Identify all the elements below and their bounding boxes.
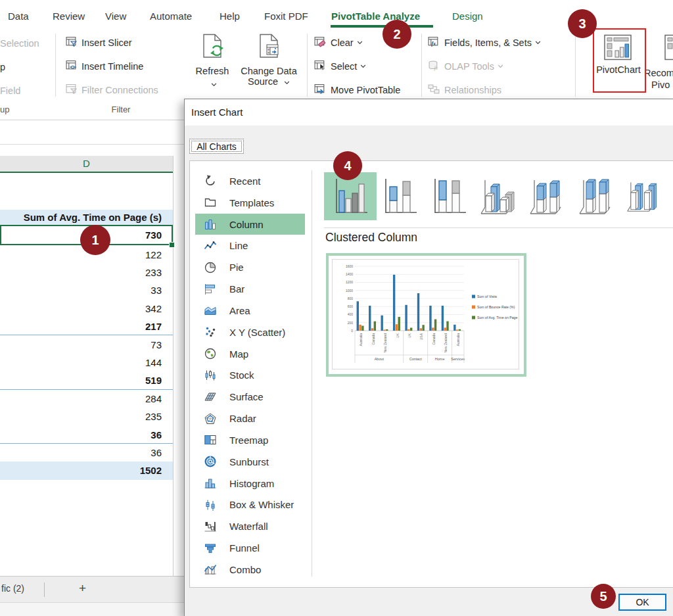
- subtype-clustered-column-icon[interactable]: [331, 176, 370, 218]
- ribbon-button-refresh[interactable]: Refresh: [193, 33, 231, 89]
- chart-type-column[interactable]: Column: [195, 214, 305, 235]
- subtype-title: Clustered Column: [325, 231, 417, 245]
- ribbon-button-fields-items-sets[interactable]: fxFields, Items, & Sets: [428, 37, 541, 49]
- ribbon-button-filter-connections: Filter Connections: [66, 84, 158, 96]
- menu-tab-foxit-pdf[interactable]: Foxit PDF: [264, 11, 308, 22]
- stock-chart-icon: [204, 369, 217, 382]
- chart-type-recent[interactable]: Recent: [195, 170, 305, 192]
- pie-chart-icon: [204, 261, 217, 274]
- chart-type-histogram[interactable]: Histogram: [195, 473, 305, 494]
- dialog-title-bar: Insert Chart: [185, 99, 673, 126]
- active-tab-underline: [331, 25, 433, 28]
- sheet-tab[interactable]: fic (2): [1, 583, 24, 594]
- ribbon-button-change-data-source[interactable]: Change DataSource: [235, 33, 303, 87]
- svg-text:200: 200: [348, 321, 354, 325]
- annotation-step-2: 2: [383, 20, 411, 49]
- map-chart-icon: [204, 347, 217, 360]
- svg-text:New Zealand: New Zealand: [383, 333, 387, 353]
- pivot-value-cell[interactable]: 217: [0, 318, 173, 335]
- ok-button[interactable]: OK: [618, 594, 666, 611]
- pivot-value-cell[interactable]: 36: [0, 444, 173, 462]
- filter-connections-icon: [66, 83, 77, 97]
- chart-type-funnel[interactable]: Funnel: [195, 537, 305, 559]
- chart-type-area[interactable]: Area: [195, 300, 305, 321]
- subtype-3d-100-stacked-column-icon[interactable]: [577, 176, 616, 218]
- pivot-value-cell[interactable]: 33: [0, 281, 173, 299]
- chart-preview[interactable]: 02004006008001000120014001600AustraliaCa…: [326, 253, 526, 377]
- radar-chart-icon: [204, 412, 217, 425]
- menu-tab-review[interactable]: Review: [53, 11, 85, 22]
- ribbon-button-insert-timeline[interactable]: Insert Timeline: [66, 60, 143, 72]
- ribbon-group-divider: [307, 34, 308, 97]
- menu-tab-data[interactable]: Data: [8, 11, 29, 22]
- chart-type-sunburst[interactable]: Sunburst: [195, 451, 305, 473]
- svg-text:Canada: Canada: [371, 333, 375, 345]
- annotation-step-1: 1: [80, 225, 110, 255]
- menu-tab-help[interactable]: Help: [220, 11, 240, 22]
- ribbon-button-select[interactable]: Select: [314, 60, 366, 72]
- pivot-header-cell[interactable]: Sum of Avg. Time on Page (s): [0, 210, 173, 225]
- subtype-stacked-column-icon[interactable]: [380, 176, 419, 218]
- chart-type-surface[interactable]: Surface: [195, 386, 305, 408]
- ribbon-group-divider: [575, 34, 576, 97]
- menu-tab-pivottable-analyze[interactable]: PivotTable Analyze: [331, 11, 420, 22]
- subtype-3d-column-icon[interactable]: [626, 176, 666, 218]
- pivot-value-cell[interactable]: 235: [0, 408, 173, 425]
- chart-type-radar[interactable]: Radar: [195, 408, 305, 429]
- move-pivottable-icon: [314, 83, 326, 97]
- svg-text:Australia: Australia: [456, 333, 460, 346]
- ribbon-group-divider: [55, 34, 56, 97]
- all-charts-tab[interactable]: All Charts: [189, 139, 244, 154]
- chart-type-pie[interactable]: Pie: [195, 256, 305, 278]
- subtype-3d-stacked-column-icon[interactable]: [528, 176, 567, 218]
- fields-items-sets-icon: fx: [428, 36, 440, 50]
- chart-type-combo[interactable]: Combo: [195, 559, 305, 580]
- pivot-value-cell[interactable]: 519: [0, 371, 173, 389]
- svg-text:1200: 1200: [346, 280, 353, 284]
- ribbon-button-insert-slicer[interactable]: Insert Slicer: [66, 37, 132, 49]
- subtype-100-stacked-column-icon[interactable]: [429, 176, 469, 218]
- svg-text:Canada: Canada: [432, 333, 436, 345]
- insert-slicer-icon: [66, 36, 77, 49]
- chart-type-box-whisker[interactable]: Box & Whisker: [195, 494, 305, 515]
- scatter-chart-icon: [204, 325, 217, 339]
- ribbon-group-label-filter: Filter: [55, 105, 187, 114]
- chart-type-line[interactable]: Line: [195, 235, 305, 256]
- chart-type-waterfall[interactable]: Waterfall: [195, 515, 305, 537]
- menu-tab-automate[interactable]: Automate: [150, 11, 192, 22]
- chart-type-map[interactable]: Map: [195, 343, 305, 365]
- pivot-value-cell[interactable]: 36: [0, 426, 173, 444]
- pivot-value-cell[interactable]: 144: [0, 354, 173, 371]
- subtype-divider: [324, 227, 673, 228]
- ribbon-button-clear[interactable]: Clear: [314, 37, 363, 49]
- add-sheet-button[interactable]: +: [79, 581, 86, 596]
- menu-tab-design[interactable]: Design: [452, 11, 483, 22]
- svg-text:Services: Services: [451, 357, 465, 361]
- treemap-chart-icon: [204, 433, 217, 446]
- pivot-value-cell[interactable]: 73: [0, 336, 173, 354]
- pivot-value-cell[interactable]: 233: [0, 264, 173, 281]
- svg-text:Home: Home: [435, 357, 445, 361]
- ribbon-button-move-pivottable[interactable]: Move PivotTable: [314, 84, 400, 96]
- subtype-3d-clustered-column-icon[interactable]: [478, 176, 518, 218]
- combo-chart-icon: [204, 563, 217, 576]
- column-header-d[interactable]: D: [0, 156, 173, 173]
- menu-tab-view[interactable]: View: [105, 11, 126, 22]
- clipped-group-label: up: [0, 105, 9, 114]
- chart-type-x-y-scatter[interactable]: X Y (Scatter): [195, 321, 305, 343]
- pivot-value-cell[interactable]: 342: [0, 300, 173, 318]
- pivot-value-cell[interactable]: 284: [0, 390, 173, 408]
- chart-type-treemap[interactable]: Treemap: [195, 429, 305, 451]
- svg-text:About: About: [375, 357, 384, 361]
- chart-type-templates[interactable]: Templates: [195, 192, 305, 214]
- partial-label: Pivo: [651, 80, 670, 90]
- fill-handle[interactable]: [169, 242, 175, 248]
- insert-chart-dialog: Insert Chart All Charts RecentTemplatesC…: [184, 99, 673, 616]
- waterfall-chart-icon: [204, 520, 217, 533]
- svg-text:New Zealand: New Zealand: [444, 333, 448, 353]
- chart-type-stock[interactable]: Stock: [195, 364, 305, 386]
- svg-text:1400: 1400: [346, 272, 353, 276]
- ribbon-button-recommended-pivottables[interactable]: [664, 34, 673, 64]
- chart-type-bar[interactable]: Bar: [195, 278, 305, 300]
- pivot-value-cell[interactable]: 1502: [0, 462, 173, 479]
